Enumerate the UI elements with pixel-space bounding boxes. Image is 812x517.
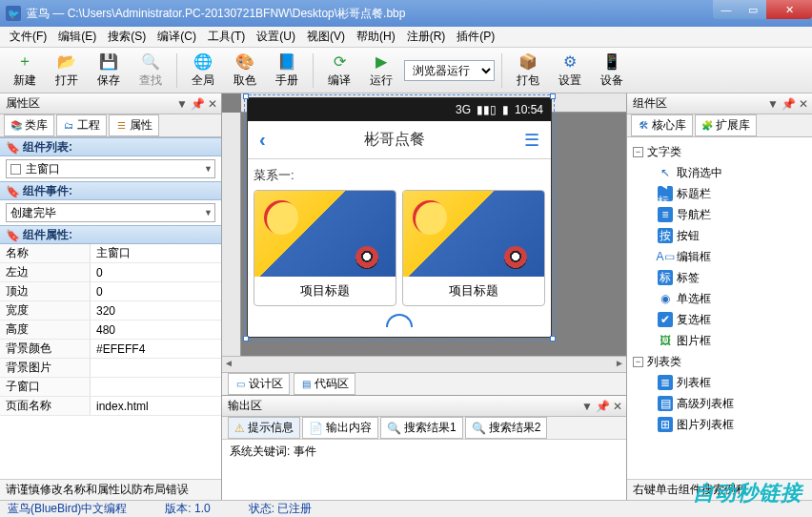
toolbar-open-button[interactable]: 📂打开 (48, 52, 86, 89)
menu-card[interactable]: 项目标题 (254, 190, 396, 306)
output-tab-content[interactable]: 📄输出内容 (302, 417, 378, 439)
collapse-icon[interactable]: − (633, 357, 643, 367)
panel-close-icon[interactable]: ✕ (208, 97, 217, 111)
property-row[interactable]: 背景颜色#EFEFF4 (0, 340, 221, 359)
output-tab-hint[interactable]: ⚠提示信息 (228, 417, 300, 439)
menu-help[interactable]: 帮助(H) (351, 27, 401, 47)
menu-settings[interactable]: 设置(U) (251, 27, 301, 47)
menu-register[interactable]: 注册(R) (401, 27, 452, 47)
tree-component-item[interactable]: ◀标标题栏 (629, 183, 810, 204)
menu-plugins[interactable]: 插件(P) (451, 27, 500, 47)
tree-category-label: 列表类 (647, 354, 681, 370)
panel-dropdown-icon[interactable]: ▼ (767, 97, 779, 111)
selection-handle[interactable] (243, 93, 249, 99)
tab-design-view[interactable]: ▭设计区 (228, 373, 290, 395)
event-select[interactable]: 创建完毕▼ (6, 203, 215, 222)
tab-properties[interactable]: ☰属性 (109, 114, 159, 136)
component-select[interactable]: 主窗口▼ (6, 159, 215, 178)
property-value[interactable] (91, 359, 221, 377)
tree-component-item[interactable]: ↖取消选中 (629, 162, 810, 183)
window-minimize-button[interactable]: — (713, 0, 740, 19)
tab-core-library[interactable]: 🛠核心库 (631, 114, 693, 136)
component-icon: 按 (658, 228, 673, 243)
tree-component-item[interactable]: ⊞图片列表框 (629, 414, 810, 435)
toolbar-new-button[interactable]: ＋新建 (6, 52, 44, 89)
selection-handle[interactable] (550, 93, 556, 99)
selection-handle[interactable] (243, 336, 249, 341)
panel-close-icon[interactable]: ✕ (613, 400, 622, 413)
panel-dropdown-icon[interactable]: ▼ (176, 97, 188, 111)
toolbar-device-button[interactable]: 📱设备 (593, 52, 631, 89)
toolbar-find-button[interactable]: 🔍查找 (132, 52, 170, 89)
run-target-select[interactable]: 浏览器运行 (404, 60, 495, 81)
panel-dropdown-icon[interactable]: ▼ (581, 400, 593, 413)
tree-component-item[interactable]: 标标签 (629, 267, 810, 288)
window-close-button[interactable]: ✕ (766, 0, 812, 19)
property-row[interactable]: 背景图片 (0, 359, 221, 378)
property-row[interactable]: 子窗口 (0, 378, 221, 397)
panel-close-icon[interactable]: ✕ (799, 97, 808, 111)
tree-component-item[interactable]: 🖼图片框 (629, 330, 810, 351)
property-value[interactable]: 0 (91, 263, 221, 281)
tree-category[interactable]: −列表类 (629, 351, 810, 372)
menu-edit[interactable]: 编辑(E) (52, 27, 102, 47)
output-tab-result2[interactable]: 🔍搜索结果2 (465, 417, 548, 439)
section-component-list: 🔖组件列表: (0, 137, 221, 156)
phone-back-button[interactable]: ‹ (259, 129, 266, 151)
property-row[interactable]: 名称主窗口 (0, 244, 221, 263)
panel-pin-icon[interactable]: 📌 (596, 400, 610, 413)
property-value[interactable] (91, 378, 221, 396)
tree-component-item[interactable]: 按按钮 (629, 225, 810, 246)
menu-view[interactable]: 视图(V) (301, 27, 351, 47)
tab-extension-library[interactable]: 🧩扩展库 (695, 114, 757, 136)
menu-search[interactable]: 搜索(S) (102, 27, 152, 47)
toolbar-compile-button[interactable]: ⟳编译 (320, 52, 358, 89)
toolbar-run-button[interactable]: ▶运行 (362, 52, 400, 89)
property-value[interactable]: #EFEFF4 (91, 340, 221, 358)
tree-category[interactable]: −文字类 (629, 141, 810, 162)
property-row[interactable]: 左边0 (0, 263, 221, 282)
toolbar-colorpick-button[interactable]: 🎨取色 (226, 52, 264, 89)
tree-component-item[interactable]: ≡导航栏 (629, 204, 810, 225)
design-canvas-area[interactable]: 3G ▮▮▯ ▮ 10:54 ‹ 彬哥点餐 ☰ 菜系一: (222, 93, 626, 356)
selection-handle[interactable] (550, 336, 556, 341)
toolbar-pack-button[interactable]: 📦打包 (509, 52, 547, 89)
tree-component-item[interactable]: ◉单选框 (629, 288, 810, 309)
property-row[interactable]: 页面名称index.html (0, 397, 221, 416)
property-value[interactable]: 480 (91, 321, 221, 339)
tree-component-item[interactable]: ≣列表框 (629, 372, 810, 393)
toolbar-save-button[interactable]: 💾保存 (90, 52, 128, 89)
collapse-icon[interactable]: − (633, 147, 643, 157)
property-row[interactable]: 宽度320 (0, 301, 221, 321)
components-panel-title: 组件区 ▼ 📌 ✕ (627, 93, 812, 114)
property-value[interactable]: 0 (91, 282, 221, 300)
property-value[interactable]: index.html (91, 397, 221, 415)
tab-code-view[interactable]: ▤代码区 (294, 373, 355, 395)
menu-card[interactable]: 项目标题 (402, 190, 545, 306)
tree-component-item[interactable]: A▭编辑框 (629, 246, 810, 267)
toolbar-settings-button[interactable]: ⚙设置 (551, 52, 589, 89)
panel-pin-icon[interactable]: 📌 (191, 97, 205, 111)
tree-component-item[interactable]: ✔复选框 (629, 309, 810, 330)
design-canvas[interactable]: 3G ▮▮▯ ▮ 10:54 ‹ 彬哥点餐 ☰ 菜系一: (247, 97, 552, 338)
menu-compile[interactable]: 编译(C) (152, 27, 202, 47)
toolbar-global-button[interactable]: 🌐全局 (184, 52, 222, 89)
horizontal-scrollbar[interactable] (222, 356, 626, 372)
tree-component-item[interactable]: ▤高级列表框 (629, 393, 810, 414)
tab-libraries[interactable]: 📚类库 (4, 114, 54, 136)
panel-pin-icon[interactable]: 📌 (782, 97, 796, 111)
property-value[interactable]: 320 (91, 301, 221, 320)
output-tab-result1[interactable]: 🔍搜索结果1 (380, 417, 463, 439)
menu-tools[interactable]: 工具(T) (202, 27, 251, 47)
phone-menu-button[interactable]: ☰ (524, 130, 539, 151)
menu-file[interactable]: 文件(F) (4, 27, 52, 47)
tree-item-label: 取消选中 (677, 165, 722, 181)
list-icon: 🔖 (6, 141, 19, 153)
chevron-down-icon: ▼ (204, 208, 213, 217)
property-row[interactable]: 顶边0 (0, 282, 221, 301)
property-value[interactable]: 主窗口 (91, 244, 221, 262)
tab-project[interactable]: 🗂工程 (56, 114, 107, 136)
window-maximize-button[interactable]: ▭ (740, 0, 766, 19)
toolbar-manual-button[interactable]: 📘手册 (268, 52, 306, 89)
property-row[interactable]: 高度480 (0, 321, 221, 340)
